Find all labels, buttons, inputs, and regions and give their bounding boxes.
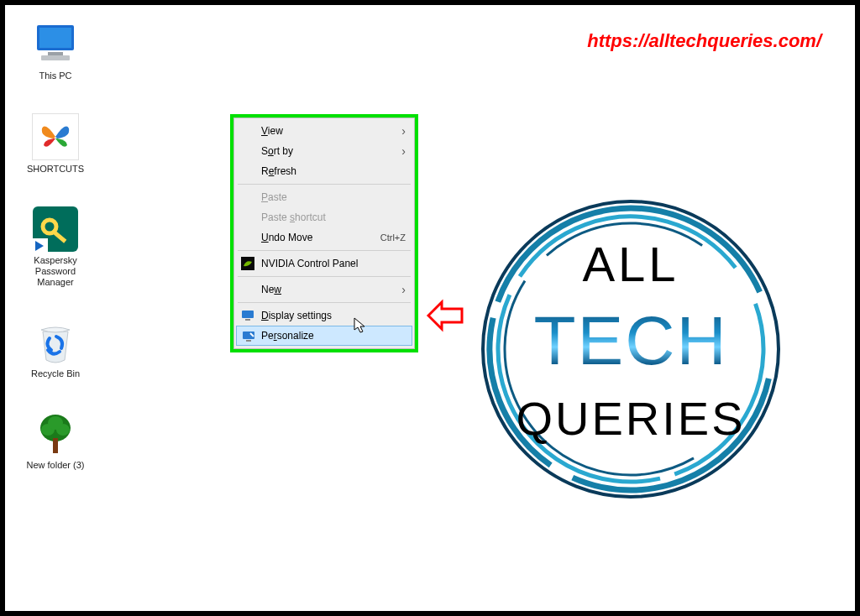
svg-point-11 xyxy=(48,416,63,430)
desktop-context-menu: View › Sort by › Refresh Paste Paste sho… xyxy=(233,117,415,349)
svg-rect-3 xyxy=(41,55,70,60)
menu-item-display-settings[interactable]: Display settings xyxy=(236,305,412,326)
menu-separator xyxy=(238,184,411,185)
chevron-right-icon: › xyxy=(401,144,406,158)
menu-item-refresh[interactable]: Refresh xyxy=(236,161,412,181)
butterfly-icon xyxy=(32,113,79,160)
personalize-icon xyxy=(242,330,255,343)
svg-rect-1 xyxy=(39,28,71,48)
menu-item-nvidia[interactable]: NVIDIA Control Panel xyxy=(236,253,412,274)
menu-separator xyxy=(238,276,411,277)
menu-item-paste: Paste xyxy=(236,187,412,207)
svg-rect-15 xyxy=(245,319,250,321)
alltechqueries-logo: ALL TECH QUERIES xyxy=(475,194,786,504)
desktop-icon-shortcuts[interactable]: SHORTCUTS xyxy=(13,113,97,175)
menu-item-undo[interactable]: Undo Move Ctrl+Z xyxy=(236,227,412,248)
desktop-icon-label: SHORTCUTS xyxy=(13,164,97,175)
chevron-right-icon: › xyxy=(401,124,406,138)
menu-item-personalize[interactable]: Personalize xyxy=(236,326,412,346)
desktop-icon-label: This PC xyxy=(13,70,97,81)
annotation-arrow-icon xyxy=(425,299,465,332)
svg-rect-12 xyxy=(53,438,58,453)
menu-separator xyxy=(238,302,411,303)
chevron-right-icon: › xyxy=(401,283,406,296)
url-watermark: https://alltechqueries.com/ xyxy=(587,30,821,52)
kaspersky-icon xyxy=(33,206,78,252)
menu-item-view[interactable]: View › xyxy=(236,121,412,141)
display-settings-icon xyxy=(241,309,254,322)
desktop-icon-label: Recycle Bin xyxy=(13,368,97,379)
desktop-icon-label: New folder (3) xyxy=(13,460,97,471)
logo-text-queries: QUERIES xyxy=(475,391,786,446)
logo-text-tech: TECH xyxy=(475,301,786,380)
nvidia-icon xyxy=(241,257,254,270)
desktop-icon-this-pc[interactable]: This PC xyxy=(13,22,97,81)
menu-accelerator: Ctrl+Z xyxy=(380,232,406,243)
context-menu-highlight: View › Sort by › Refresh Paste Paste sho… xyxy=(230,114,418,352)
desktop-icon-kaspersky[interactable]: Kaspersky Password Manager xyxy=(13,206,97,288)
svg-rect-14 xyxy=(242,311,254,318)
menu-separator xyxy=(238,250,411,251)
menu-item-paste-shortcut: Paste shortcut xyxy=(236,207,412,227)
svg-rect-17 xyxy=(246,340,251,342)
desktop-icon-new-folder[interactable]: New folder (3) xyxy=(13,411,97,471)
menu-item-sort-by[interactable]: Sort by › xyxy=(236,141,412,161)
recycle-bin-icon xyxy=(33,320,78,365)
desktop-icon-recycle-bin[interactable]: Recycle Bin xyxy=(13,320,97,379)
svg-rect-2 xyxy=(48,52,63,55)
menu-item-new[interactable]: New › xyxy=(236,279,412,300)
desktop-icons: This PC SHORTCUTS xyxy=(13,22,97,503)
this-pc-icon xyxy=(33,22,78,67)
logo-text-all: ALL xyxy=(475,236,786,292)
desktop-icon-label: Kaspersky Password Manager xyxy=(13,255,97,288)
tree-icon xyxy=(33,411,78,457)
windows-desktop[interactable]: This PC SHORTCUTS xyxy=(5,5,855,611)
